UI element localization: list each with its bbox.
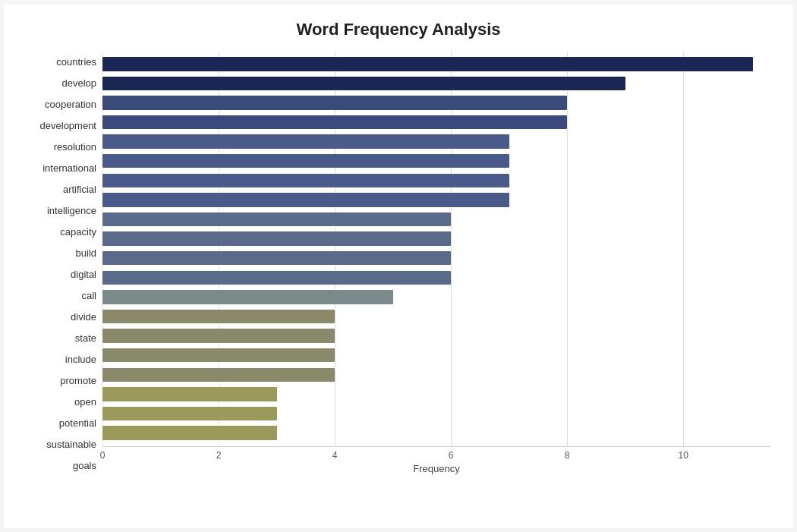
bar xyxy=(102,154,509,168)
y-label: open xyxy=(27,397,96,407)
y-label: development xyxy=(27,121,96,131)
bars-and-x: 0246810 Frequency xyxy=(102,52,770,477)
y-label: international xyxy=(27,163,96,173)
y-label: cooperation xyxy=(27,99,96,109)
bar xyxy=(102,348,335,362)
bar xyxy=(102,77,625,90)
bar-row xyxy=(102,74,770,93)
y-label: build xyxy=(27,248,96,258)
y-label: goals xyxy=(27,461,96,471)
bar-row xyxy=(102,190,770,210)
bar xyxy=(102,407,277,420)
bar xyxy=(102,96,567,109)
y-label: include xyxy=(27,354,96,364)
y-label: capacity xyxy=(27,227,96,237)
y-label: promote xyxy=(27,376,96,386)
bar xyxy=(102,57,753,71)
bar xyxy=(102,329,335,342)
chart-container: Word Frequency Analysis countriesdevelop… xyxy=(4,5,793,528)
bar xyxy=(102,368,335,382)
y-label: intelligence xyxy=(27,206,96,216)
bar-row xyxy=(102,423,770,443)
bar xyxy=(102,193,509,206)
bar-row xyxy=(102,248,770,268)
chart-area: countriesdevelopcooperationdevelopmentre… xyxy=(27,52,770,477)
x-tick: 6 xyxy=(449,450,454,461)
y-label: divide xyxy=(27,312,96,322)
y-label: call xyxy=(27,291,96,301)
x-tick: 4 xyxy=(332,450,338,461)
bar xyxy=(102,212,451,226)
bar xyxy=(102,251,451,265)
bar xyxy=(102,271,451,285)
bar xyxy=(102,174,509,187)
y-label: countries xyxy=(27,57,96,67)
y-label: potential xyxy=(27,418,96,428)
chart-title: Word Frequency Analysis xyxy=(27,20,770,39)
bar xyxy=(102,115,567,129)
y-label: resolution xyxy=(27,142,96,152)
x-tick: 2 xyxy=(216,450,222,461)
bar-row xyxy=(102,268,770,288)
y-axis: countriesdevelopcooperationdevelopmentre… xyxy=(27,52,102,477)
bar xyxy=(102,134,509,148)
x-tick: 8 xyxy=(565,450,570,461)
y-label: sustainable xyxy=(27,439,96,449)
bar xyxy=(102,290,393,304)
bar-row xyxy=(102,151,770,171)
bar-row xyxy=(102,93,770,113)
bar-row xyxy=(102,55,770,74)
bar-row xyxy=(102,288,770,307)
bar-row xyxy=(102,209,770,229)
bar xyxy=(102,387,277,401)
y-label: state xyxy=(27,333,96,343)
x-tick: 10 xyxy=(679,450,688,461)
bar-row xyxy=(102,365,770,385)
y-label: artificial xyxy=(27,184,96,194)
bar-row xyxy=(102,132,770,152)
bar-row xyxy=(102,385,770,405)
bar xyxy=(102,231,451,245)
bar-row xyxy=(102,345,770,365)
y-label: digital xyxy=(27,269,96,279)
bar-row xyxy=(102,404,770,423)
bar xyxy=(102,426,277,439)
bar-row xyxy=(102,326,770,346)
x-axis-label: Frequency xyxy=(102,463,770,474)
bar-row xyxy=(102,112,770,132)
x-axis: 0246810 Frequency xyxy=(102,446,770,477)
bar xyxy=(102,310,335,323)
bars-area xyxy=(102,52,770,446)
bar-row xyxy=(102,229,770,249)
bar-row xyxy=(102,307,770,326)
x-tick: 0 xyxy=(100,450,106,461)
bar-row xyxy=(102,171,770,190)
y-label: develop xyxy=(27,78,96,88)
